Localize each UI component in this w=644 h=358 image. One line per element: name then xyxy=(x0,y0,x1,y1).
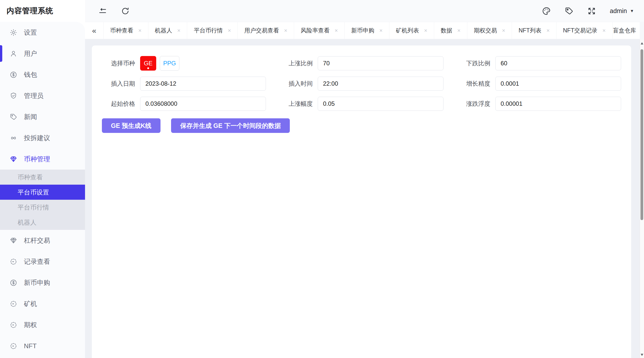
top-header: admin ▼ xyxy=(85,0,644,22)
sidebar-item-label: 设置 xyxy=(24,28,37,37)
fullscreen-icon[interactable] xyxy=(587,7,596,16)
sidebar-item-records[interactable]: 记录查看 xyxy=(0,251,85,272)
scroll-down-arrow-icon[interactable] xyxy=(641,354,643,356)
pregenerate-kline-button[interactable]: GE 预生成K线 xyxy=(102,118,160,133)
gem-icon xyxy=(10,155,17,163)
tabs-scroll-left-icon[interactable]: « xyxy=(85,22,104,39)
rise-ratio-input[interactable] xyxy=(318,56,444,70)
field-label: 起始价格 xyxy=(102,100,135,108)
gauge-icon xyxy=(10,321,17,329)
field-label: 上涨幅度 xyxy=(279,100,313,108)
tab-miner-list[interactable]: 矿机列表 × xyxy=(389,22,434,39)
tab-blind-box-warehouse[interactable]: 盲盒仓库 xyxy=(613,22,639,39)
field-label: 选择币种 xyxy=(102,59,135,67)
submenu-item-platform-coin-settings[interactable]: 平台币设置 xyxy=(0,185,85,200)
sidebar-item-wallet[interactable]: 钱包 xyxy=(0,64,85,85)
growth-precision-input[interactable] xyxy=(495,77,621,91)
submenu-item-label: 平台币行情 xyxy=(18,203,49,212)
tab-data[interactable]: 数据 × xyxy=(434,22,467,39)
sidebar-item-coin-management[interactable]: 币种管理 xyxy=(0,148,85,170)
close-icon[interactable]: × xyxy=(379,27,383,34)
tab-risk-rate-view[interactable]: 风险率查看 × xyxy=(294,22,345,39)
gauge-icon xyxy=(10,300,17,308)
insert-date-input[interactable] xyxy=(140,77,266,91)
sidebar-item-label: 新币申购 xyxy=(24,278,50,287)
selected-dot xyxy=(147,67,149,69)
refresh-icon[interactable] xyxy=(121,7,130,16)
field-label: 插入时间 xyxy=(279,80,313,88)
tab-new-coin-subscription[interactable]: 新币申购 × xyxy=(345,22,389,39)
start-price-input[interactable] xyxy=(140,97,266,111)
submenu-item-label: 平台币设置 xyxy=(18,188,49,196)
sidebar-item-label: 记录查看 xyxy=(24,257,50,266)
tab-nft-trade-records[interactable]: NFT交易记录 × xyxy=(556,22,613,39)
fall-ratio-input[interactable] xyxy=(495,56,621,70)
fluctuation-input[interactable] xyxy=(495,97,621,111)
sidebar-item-miner[interactable]: 矿机 xyxy=(0,293,85,314)
field-label: 插入日期 xyxy=(102,80,135,88)
sidebar-item-feedback[interactable]: 投拆建议 xyxy=(0,127,85,148)
platform-coin-settings-form: 选择币种 GE PPG 上涨比例 下跌比例 插入日期 xyxy=(102,56,621,111)
sidebar-item-label: 杠杆交易 xyxy=(24,236,50,245)
sidebar-item-label: 矿机 xyxy=(24,299,37,308)
close-icon[interactable]: × xyxy=(457,27,461,34)
close-icon[interactable]: × xyxy=(602,27,606,34)
close-icon[interactable]: × xyxy=(335,27,338,34)
close-icon[interactable]: × xyxy=(177,27,181,34)
scrollbar-thumb[interactable] xyxy=(640,49,643,220)
fluctuation-field: 涨跌浮度 xyxy=(457,97,621,111)
tab-platform-coin-market[interactable]: 平台币行情 × xyxy=(187,22,238,39)
caret-down-icon: ▼ xyxy=(630,9,634,13)
link-icon xyxy=(10,134,17,142)
tab-nft-list[interactable]: NFT列表 × xyxy=(512,22,556,39)
submenu-item-robot[interactable]: 机器人 xyxy=(0,215,85,230)
insert-time-input[interactable] xyxy=(318,77,444,91)
close-icon[interactable]: × xyxy=(284,27,287,34)
close-icon[interactable]: × xyxy=(502,27,505,34)
gauge-icon xyxy=(10,258,17,266)
scroll-up-arrow-icon[interactable] xyxy=(641,42,643,44)
insert-date-field: 插入日期 xyxy=(102,77,266,91)
insert-time-field: 插入时间 xyxy=(279,77,444,91)
theme-palette-icon[interactable] xyxy=(542,7,551,16)
sidebar-item-options[interactable]: 期权 xyxy=(0,314,85,335)
submenu-item-label: 机器人 xyxy=(18,218,36,227)
coin-option-ge-button[interactable]: GE xyxy=(140,56,156,71)
submenu-item-coin-view[interactable]: 币种查看 xyxy=(0,170,85,185)
close-icon[interactable]: × xyxy=(424,27,427,34)
sidebar-item-leverage-trading[interactable]: 杠杆交易 xyxy=(0,230,85,251)
sidebar-collapse-icon[interactable] xyxy=(98,7,107,16)
active-indicator-bar xyxy=(0,45,2,62)
vertical-scrollbar[interactable] xyxy=(640,40,644,358)
tab-options-trading[interactable]: 期权交易 × xyxy=(467,22,512,39)
sidebar-item-admins[interactable]: 管理员 xyxy=(0,85,85,106)
tag-icon[interactable] xyxy=(565,7,574,16)
start-price-field: 起始价格 xyxy=(102,97,266,111)
settings-card: 选择币种 GE PPG 上涨比例 下跌比例 插入日期 xyxy=(92,45,631,358)
close-icon[interactable]: × xyxy=(546,27,550,34)
tab-coin-view[interactable]: 币种查看 × xyxy=(104,22,148,39)
gear-icon xyxy=(10,29,17,36)
sidebar-item-nft[interactable]: NFT xyxy=(0,335,85,356)
tab-robot[interactable]: 机器人 × xyxy=(148,22,187,39)
sidebar-item-settings[interactable]: 设置 xyxy=(0,22,85,43)
sidebar-item-users[interactable]: 用户 xyxy=(0,43,85,64)
rise-amplitude-input[interactable] xyxy=(318,97,444,111)
sidebar-item-label: 期权 xyxy=(24,321,37,329)
tab-user-trade-view[interactable]: 用户交易查看 × xyxy=(238,22,294,39)
sidebar-item-new-coin-subscription[interactable]: 新币申购 xyxy=(0,272,85,293)
save-generate-next-period-button[interactable]: 保存并生成 GE 下一个时间段的数据 xyxy=(171,118,290,133)
close-icon[interactable]: × xyxy=(228,27,231,34)
coin-select-field: 选择币种 GE PPG xyxy=(102,56,266,71)
sidebar-item-news[interactable]: 新闻 xyxy=(0,106,85,127)
coin-management-submenu: 币种查看 平台币设置 平台币行情 机器人 xyxy=(0,170,85,230)
close-icon[interactable]: × xyxy=(138,27,142,34)
user-menu[interactable]: admin ▼ xyxy=(610,7,634,15)
submenu-item-label: 币种查看 xyxy=(18,173,43,181)
sidebar-item-label: NFT xyxy=(24,342,37,350)
submenu-item-platform-coin-market[interactable]: 平台币行情 xyxy=(0,200,85,215)
tabs-scroll-right-icon[interactable]: » xyxy=(639,22,644,39)
fall-ratio-field: 下跌比例 xyxy=(457,56,621,71)
coin-option-ppg-button[interactable]: PPG xyxy=(160,56,179,71)
gem-icon xyxy=(10,237,17,244)
